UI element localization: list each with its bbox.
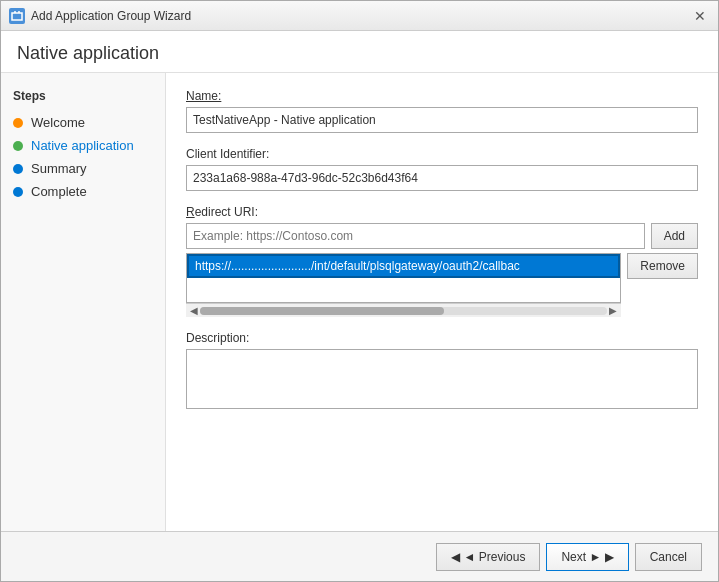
footer: ◀ ◄ Previous Next ► ▶ Cancel xyxy=(1,531,718,581)
redirect-uri-group: Redirect URI: Add https://..............… xyxy=(186,205,698,317)
app-icon xyxy=(9,8,25,24)
sidebar-item-native[interactable]: Native application xyxy=(1,134,165,157)
scroll-right-icon[interactable]: ▶ xyxy=(607,305,619,316)
sidebar-item-welcome-label: Welcome xyxy=(31,115,85,130)
name-label: Name: xyxy=(186,89,698,103)
uri-list-item[interactable]: https://......................../int/def… xyxy=(187,254,620,278)
redirect-input-row: Add xyxy=(186,223,698,249)
name-label-text: Name: xyxy=(186,89,221,103)
description-group: Description: xyxy=(186,331,698,412)
step-dot-complete xyxy=(13,187,23,197)
cancel-button[interactable]: Cancel xyxy=(635,543,702,571)
client-id-input[interactable] xyxy=(186,165,698,191)
step-dot-native xyxy=(13,141,23,151)
redirect-list-container-wrapper: https://......................../int/def… xyxy=(186,253,621,317)
step-dot-summary xyxy=(13,164,23,174)
redirect-uri-input[interactable] xyxy=(186,223,645,249)
sidebar-item-summary-label: Summary xyxy=(31,161,87,176)
uri-scrollbar: ◀ ▶ xyxy=(186,303,621,317)
svg-rect-0 xyxy=(12,13,22,20)
description-label: Description: xyxy=(186,331,698,345)
page-title: Native application xyxy=(1,31,718,73)
client-id-label: Client Identifier: xyxy=(186,147,698,161)
close-button[interactable]: ✕ xyxy=(690,6,710,26)
window-title: Add Application Group Wizard xyxy=(31,9,690,23)
sidebar-item-welcome[interactable]: Welcome xyxy=(1,111,165,134)
main-panel: Name: Client Identifier: Redirect URI: A… xyxy=(166,73,718,531)
remove-redirect-button[interactable]: Remove xyxy=(627,253,698,279)
sidebar: Steps Welcome Native application Summary… xyxy=(1,73,166,531)
name-input[interactable] xyxy=(186,107,698,133)
scroll-left-icon[interactable]: ◀ xyxy=(188,305,200,316)
content-area: Steps Welcome Native application Summary… xyxy=(1,73,718,531)
next-icon: ▶ xyxy=(605,550,614,564)
next-label: Next ► xyxy=(561,550,601,564)
redirect-label-r: R xyxy=(186,205,195,219)
scrollbar-track xyxy=(200,307,607,315)
redirect-label-rest: edirect URI: xyxy=(195,205,258,219)
sidebar-item-summary[interactable]: Summary xyxy=(1,157,165,180)
client-id-group: Client Identifier: xyxy=(186,147,698,191)
main-window: Add Application Group Wizard ✕ Native ap… xyxy=(0,0,719,582)
redirect-uri-label: Redirect URI: xyxy=(186,205,698,219)
scrollbar-thumb[interactable] xyxy=(200,307,444,315)
sidebar-item-native-label: Native application xyxy=(31,138,134,153)
name-group: Name: xyxy=(186,89,698,133)
redirect-list-row: https://......................../int/def… xyxy=(186,253,698,317)
next-button[interactable]: Next ► ▶ xyxy=(546,543,628,571)
previous-button[interactable]: ◀ ◄ Previous xyxy=(436,543,540,571)
sidebar-item-complete-label: Complete xyxy=(31,184,87,199)
prev-icon: ◀ xyxy=(451,550,460,564)
title-bar: Add Application Group Wizard ✕ xyxy=(1,1,718,31)
step-dot-welcome xyxy=(13,118,23,128)
description-input[interactable] xyxy=(186,349,698,409)
sidebar-item-complete[interactable]: Complete xyxy=(1,180,165,203)
steps-label: Steps xyxy=(1,89,165,111)
uri-list: https://......................../int/def… xyxy=(186,253,621,303)
previous-label: ◄ Previous xyxy=(464,550,526,564)
add-redirect-button[interactable]: Add xyxy=(651,223,698,249)
